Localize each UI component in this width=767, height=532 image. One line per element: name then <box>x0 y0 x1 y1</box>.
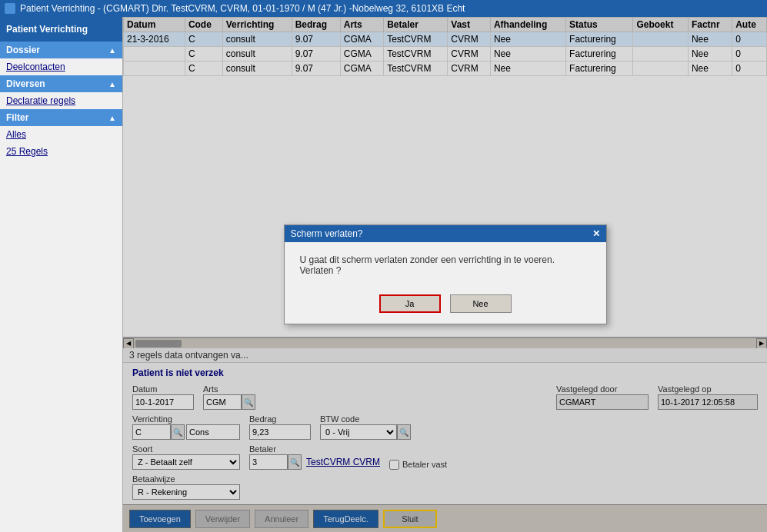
modal-close-icon[interactable]: ✕ <box>592 228 600 239</box>
section-diversen[interactable]: Diversen ▲ <box>0 75 122 92</box>
modal-message: U gaat dit scherm verlaten zonder een ve… <box>300 254 555 276</box>
modal-dialog: Scherm verlaten? ✕ U gaat dit scherm ver… <box>284 224 607 324</box>
modal-overlay: Scherm verlaten? ✕ U gaat dit scherm ver… <box>123 17 767 532</box>
title-text: Patient Verrichting - (CGMART) Dhr. Test… <box>20 3 465 14</box>
sidebar-title: Patient Verrichting <box>0 17 122 42</box>
section-dossier[interactable]: Dossier ▲ <box>0 42 122 58</box>
modal-ja-button[interactable]: Ja <box>379 294 441 313</box>
sidebar-item-deelcontacten[interactable]: Deelcontacten <box>0 58 122 75</box>
app-icon <box>5 3 15 14</box>
filter-arrow-icon: ▲ <box>108 114 116 122</box>
modal-titlebar: Scherm verlaten? ✕ <box>285 225 606 242</box>
sidebar-item-declaratie[interactable]: Declaratie regels <box>0 92 122 109</box>
modal-nee-button[interactable]: Nee <box>450 294 512 313</box>
sidebar-item-alles[interactable]: Alles <box>0 126 122 143</box>
sidebar: Patient Verrichting Dossier ▲ Deelcontac… <box>0 17 123 532</box>
section-filter[interactable]: Filter ▲ <box>0 109 122 126</box>
diversen-arrow-icon: ▲ <box>108 80 116 88</box>
modal-body: U gaat dit scherm verlaten zonder een ve… <box>285 242 606 288</box>
modal-title: Scherm verlaten? <box>291 228 363 239</box>
dossier-arrow-icon: ▲ <box>108 46 116 55</box>
sidebar-item-25regels[interactable]: 25 Regels <box>0 143 122 160</box>
modal-buttons: Ja Nee <box>285 288 606 324</box>
titlebar: Patient Verrichting - (CGMART) Dhr. Test… <box>0 0 767 17</box>
content-area: Datum Code Verrichting Bedrag Arts Betal… <box>123 17 767 532</box>
